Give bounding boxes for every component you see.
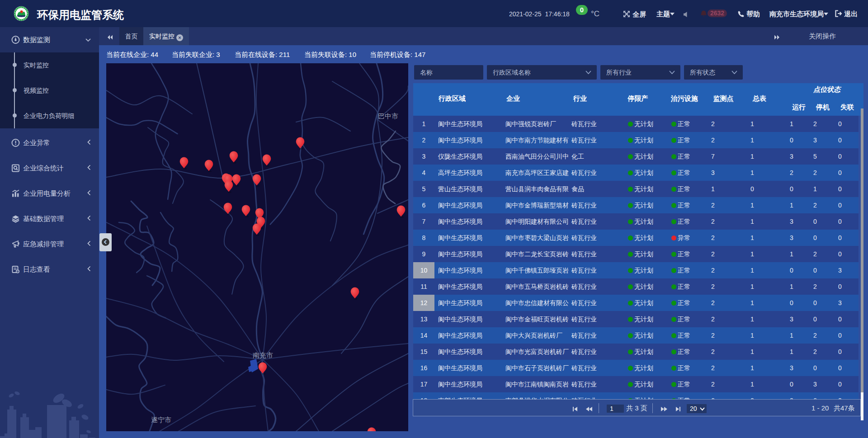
svg-text:巴中市: 巴中市: [378, 112, 398, 120]
svg-text:南充市: 南充市: [253, 351, 273, 359]
svg-text:遂宁市: 遂宁市: [151, 416, 171, 424]
